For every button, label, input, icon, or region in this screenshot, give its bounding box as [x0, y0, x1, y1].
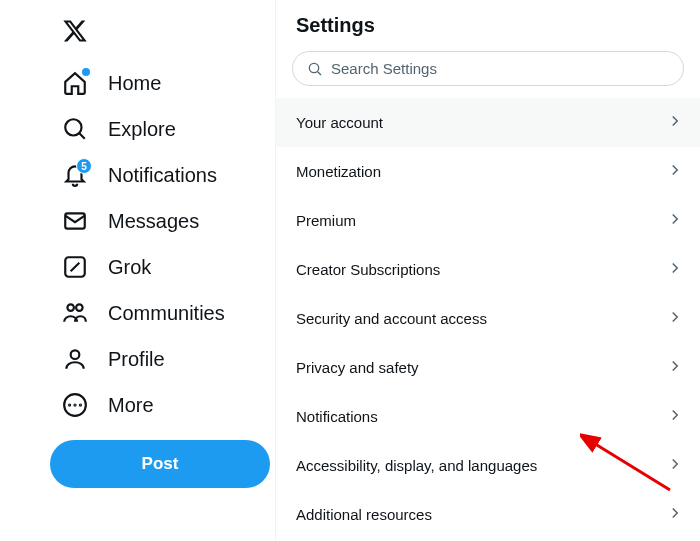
settings-item-label: Privacy and safety: [296, 359, 419, 376]
sidebar-item-profile[interactable]: Profile: [50, 336, 275, 382]
svg-point-0: [65, 119, 81, 135]
svg-point-11: [80, 404, 81, 405]
sidebar-item-communities[interactable]: Communities: [50, 290, 275, 336]
sidebar-item-messages[interactable]: Messages: [50, 198, 275, 244]
sidebar: Home Explore 5 Notifications Messages: [0, 0, 275, 541]
svg-point-5: [67, 304, 74, 311]
search-input[interactable]: [331, 60, 669, 77]
settings-item-label: Creator Subscriptions: [296, 261, 440, 278]
svg-line-4: [71, 263, 80, 272]
settings-item-notifications[interactable]: Notifications: [276, 392, 700, 441]
svg-point-6: [76, 304, 83, 311]
chevron-right-icon: [666, 455, 684, 476]
settings-item-label: Accessibility, display, and languages: [296, 457, 537, 474]
search-box[interactable]: [292, 51, 684, 86]
settings-item-privacy[interactable]: Privacy and safety: [276, 343, 700, 392]
more-icon: [62, 392, 88, 418]
chevron-right-icon: [666, 357, 684, 378]
chevron-right-icon: [666, 406, 684, 427]
nav-label: Home: [108, 72, 161, 95]
settings-item-label: Security and account access: [296, 310, 487, 327]
svg-line-1: [79, 133, 84, 138]
home-icon: [62, 70, 88, 96]
settings-item-label: Monetization: [296, 163, 381, 180]
home-dot-badge: [82, 68, 90, 76]
svg-point-12: [309, 63, 318, 72]
nav-label: Notifications: [108, 164, 217, 187]
primary-nav: Home Explore 5 Notifications Messages: [50, 60, 275, 428]
chevron-right-icon: [666, 308, 684, 329]
post-button[interactable]: Post: [50, 440, 270, 488]
settings-panel: Settings Your account Monetization Premi…: [275, 0, 700, 541]
settings-item-monetization[interactable]: Monetization: [276, 147, 700, 196]
grok-icon: [62, 254, 88, 280]
bell-icon: 5: [62, 162, 88, 188]
chevron-right-icon: [666, 504, 684, 525]
search-icon: [307, 61, 323, 77]
settings-item-label: Premium: [296, 212, 356, 229]
communities-icon: [62, 300, 88, 326]
settings-item-your-account[interactable]: Your account: [276, 98, 700, 147]
nav-label: Grok: [108, 256, 151, 279]
chevron-right-icon: [666, 259, 684, 280]
nav-label: More: [108, 394, 154, 417]
nav-label: Messages: [108, 210, 199, 233]
settings-item-label: Notifications: [296, 408, 378, 425]
settings-item-security[interactable]: Security and account access: [276, 294, 700, 343]
nav-label: Explore: [108, 118, 176, 141]
search-container: [276, 51, 700, 98]
svg-point-10: [74, 404, 75, 405]
settings-item-label: Your account: [296, 114, 383, 131]
profile-icon: [62, 346, 88, 372]
sidebar-item-explore[interactable]: Explore: [50, 106, 275, 152]
settings-item-accessibility[interactable]: Accessibility, display, and languages: [276, 441, 700, 490]
page-title: Settings: [276, 14, 700, 51]
x-logo[interactable]: [50, 10, 275, 56]
settings-item-premium[interactable]: Premium: [276, 196, 700, 245]
settings-item-label: Additional resources: [296, 506, 432, 523]
chevron-right-icon: [666, 112, 684, 133]
svg-point-7: [71, 350, 80, 359]
chevron-right-icon: [666, 210, 684, 231]
nav-label: Communities: [108, 302, 225, 325]
settings-item-additional-resources[interactable]: Additional resources: [276, 490, 700, 539]
svg-line-13: [318, 71, 321, 74]
mail-icon: [62, 208, 88, 234]
sidebar-item-notifications[interactable]: 5 Notifications: [50, 152, 275, 198]
search-icon: [62, 116, 88, 142]
chevron-right-icon: [666, 161, 684, 182]
sidebar-item-grok[interactable]: Grok: [50, 244, 275, 290]
settings-list: Your account Monetization Premium Creato…: [276, 98, 700, 539]
sidebar-item-home[interactable]: Home: [50, 60, 275, 106]
settings-item-creator-subscriptions[interactable]: Creator Subscriptions: [276, 245, 700, 294]
notifications-badge: 5: [76, 158, 92, 174]
sidebar-item-more[interactable]: More: [50, 382, 275, 428]
svg-point-9: [69, 404, 70, 405]
nav-label: Profile: [108, 348, 165, 371]
